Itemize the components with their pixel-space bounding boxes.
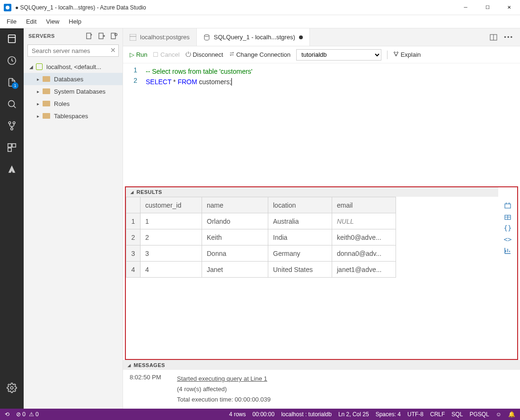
disconnect-button[interactable]: Disconnect xyxy=(185,51,223,58)
more-actions-icon[interactable]: ••• xyxy=(504,34,513,41)
status-language[interactable]: SQL xyxy=(451,411,463,418)
run-button[interactable]: ▷ Run xyxy=(130,51,147,58)
tree-label: Roles xyxy=(54,100,70,107)
status-eol[interactable]: CRLF xyxy=(430,411,445,418)
message-line: Total execution time: 00:00:00.039 xyxy=(177,394,271,405)
settings-icon[interactable] xyxy=(6,382,18,394)
table-row[interactable]: 4 4 Janet United States janet1@adve... xyxy=(126,262,396,278)
new-group-icon[interactable] xyxy=(98,32,106,40)
search-servers-input[interactable] xyxy=(27,44,119,57)
menu-help[interactable]: Help xyxy=(64,16,86,27)
app-icon xyxy=(4,4,11,11)
save-excel-icon[interactable] xyxy=(504,213,511,220)
close-button[interactable]: ✕ xyxy=(498,0,520,15)
cell[interactable]: Donna xyxy=(202,245,268,262)
cell[interactable]: Keith xyxy=(202,229,268,245)
explorer-badge: 1 xyxy=(12,82,18,89)
svg-point-24 xyxy=(397,52,398,53)
explain-button[interactable]: Explain xyxy=(393,51,421,58)
status-problems[interactable]: ⊘ 0 ⚠ 0 xyxy=(16,411,39,418)
row-number: 2 xyxy=(126,229,141,245)
cell[interactable]: Janet xyxy=(202,262,268,278)
new-connection-icon[interactable] xyxy=(86,32,93,40)
unsaved-indicator-icon xyxy=(299,35,303,39)
clear-search-icon[interactable]: ✕ xyxy=(110,46,116,54)
save-xml-icon[interactable]: <> xyxy=(504,236,512,243)
minimize-button[interactable]: ─ xyxy=(455,0,476,15)
status-spaces[interactable]: Spaces: 4 xyxy=(376,411,401,418)
database-dropdown[interactable]: tutorialdb xyxy=(296,49,381,61)
column-header[interactable]: customer_id xyxy=(141,197,202,213)
history-icon[interactable] xyxy=(6,55,18,66)
code-editor[interactable]: 1 2 -- Select rows from table 'customers… xyxy=(123,63,520,186)
menu-bar: File Edit View Help xyxy=(0,15,520,28)
cell[interactable]: United States xyxy=(268,262,332,278)
cell[interactable]: Orlando xyxy=(202,213,268,229)
message-time: 8:02:50 PM xyxy=(130,374,163,405)
search-icon[interactable] xyxy=(6,98,18,110)
extensions-icon[interactable] xyxy=(6,142,18,153)
tree-server-root[interactable]: ◢ localhost, <default... xyxy=(24,61,123,73)
notifications-icon[interactable]: 🔔 xyxy=(508,411,515,418)
results-header[interactable]: RESULTS xyxy=(126,187,498,197)
split-editor-icon[interactable] xyxy=(490,34,497,41)
svg-point-17 xyxy=(115,34,117,36)
table-row[interactable]: 3 3 Donna Germany donna0@adv... xyxy=(126,245,396,262)
message-line[interactable]: Started executing query at Line 1 xyxy=(177,374,271,384)
status-dbtype[interactable]: PGSQL xyxy=(469,411,489,418)
tree-system-databases[interactable]: ▸ System Databases xyxy=(24,85,123,97)
tree-databases[interactable]: ▸ Databases xyxy=(24,73,123,85)
tree-roles[interactable]: ▸ Roles xyxy=(24,97,123,110)
status-encoding[interactable]: UTF-8 xyxy=(407,411,423,418)
cell[interactable]: 3 xyxy=(141,245,202,262)
results-grid[interactable]: customer_id name location email 1 1 Orla… xyxy=(126,197,396,278)
status-connection[interactable]: localhost : tutorialdb xyxy=(281,411,332,418)
table-row[interactable]: 1 1 Orlando Australia NULL xyxy=(126,213,396,229)
menu-edit[interactable]: Edit xyxy=(21,16,41,27)
tree-label: Tablespaces xyxy=(54,113,88,120)
menu-view[interactable]: View xyxy=(41,16,64,27)
tab-dashboard[interactable]: localhost:postgres xyxy=(123,28,197,46)
cell[interactable]: keith0@adve... xyxy=(332,229,396,245)
cell[interactable]: 2 xyxy=(141,229,202,245)
cell[interactable]: donna0@adv... xyxy=(332,245,396,262)
status-cursor[interactable]: Ln 2, Col 25 xyxy=(338,411,369,418)
change-connection-button[interactable]: Change Connection xyxy=(229,51,291,58)
maximize-button[interactable]: ☐ xyxy=(476,0,498,15)
save-csv-icon[interactable] xyxy=(504,201,511,209)
feedback-icon[interactable]: ☺ xyxy=(496,411,502,418)
cell[interactable]: Australia xyxy=(268,213,332,229)
tree-tablespaces[interactable]: ▸ Tablespaces xyxy=(24,110,123,122)
cell[interactable]: Germany xyxy=(268,245,332,262)
refresh-server-icon[interactable] xyxy=(110,32,118,40)
table-row[interactable]: 2 2 Keith India keith0@adve... xyxy=(126,229,396,245)
svg-point-13 xyxy=(10,386,13,389)
cancel-button: ☐ Cancel xyxy=(153,51,179,58)
column-header[interactable]: name xyxy=(202,197,268,213)
source-control-icon[interactable] xyxy=(6,120,18,131)
tab-query[interactable]: SQLQuery_1 - localh...stgres) xyxy=(197,28,310,46)
svg-point-9 xyxy=(11,128,13,130)
chart-icon[interactable] xyxy=(504,247,511,254)
message-line: (4 row(s) affected) xyxy=(177,384,271,394)
column-header[interactable]: email xyxy=(332,197,396,213)
tree-label: Databases xyxy=(54,76,83,83)
explorer-icon[interactable]: 1 xyxy=(6,77,18,88)
servers-sidebar: SERVERS ✕ ◢ localhost, <default... ▸ Dat… xyxy=(24,28,123,409)
cell[interactable]: 4 xyxy=(141,262,202,278)
messages-header[interactable]: MESSAGES xyxy=(123,360,520,370)
column-header[interactable]: location xyxy=(268,197,332,213)
cell[interactable]: India xyxy=(268,229,332,245)
row-number: 3 xyxy=(126,245,141,262)
svg-rect-2 xyxy=(9,35,16,43)
servers-icon[interactable] xyxy=(6,33,18,44)
menu-file[interactable]: File xyxy=(2,16,21,27)
main-area: localhost:postgres SQLQuery_1 - localh..… xyxy=(123,28,520,409)
status-rows: 4 rows xyxy=(229,411,246,418)
cell[interactable]: janet1@adve... xyxy=(332,262,396,278)
cell[interactable]: 1 xyxy=(141,213,202,229)
remote-icon[interactable]: ⟲ xyxy=(5,411,9,418)
save-json-icon[interactable]: {} xyxy=(504,224,512,232)
cell[interactable]: NULL xyxy=(332,213,396,229)
azure-icon[interactable] xyxy=(6,164,18,175)
